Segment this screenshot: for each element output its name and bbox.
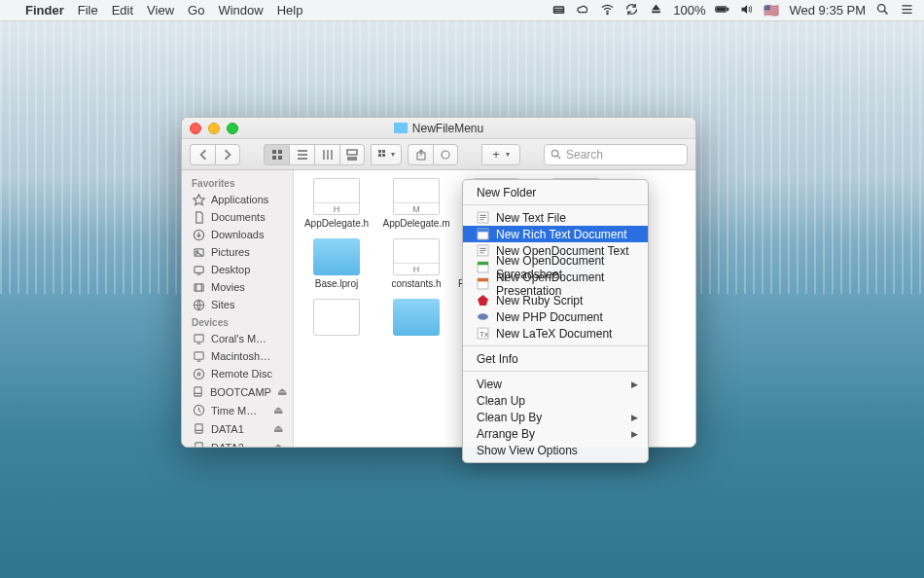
sidebar-item-device[interactable]: Coral's M… (182, 330, 293, 347)
sidebar-item-movies[interactable]: Movies (182, 278, 293, 296)
menu-view[interactable]: View (147, 3, 174, 18)
wifi-icon[interactable] (600, 2, 615, 19)
forward-button[interactable] (215, 144, 240, 165)
app-menu[interactable]: Finder (25, 3, 64, 18)
menubar-extra-icon[interactable] (551, 2, 566, 19)
file-item[interactable]: Base.lproj (302, 238, 372, 289)
context-menu-item[interactable]: New Folder (463, 184, 648, 200)
file-item[interactable]: Hconstants.h (381, 238, 451, 289)
close-button[interactable] (190, 123, 201, 134)
svg-rect-31 (195, 424, 201, 433)
context-menu-item[interactable]: New Text File (463, 209, 648, 226)
titlebar-folder-icon (394, 123, 408, 133)
favorites-heading: Favorites (182, 174, 293, 191)
list-view-button[interactable] (289, 144, 314, 165)
context-menu-item[interactable]: Arrange By▶ (463, 425, 648, 442)
input-source-flag[interactable]: 🇺🇸 (764, 3, 779, 18)
menu-item-icon (477, 294, 489, 307)
menubar: Finder File Edit View Go Window Help 100… (0, 0, 924, 21)
eject-icon[interactable]: ⏏ (277, 385, 287, 398)
sidebar-icon (192, 442, 205, 448)
tags-button[interactable] (433, 144, 458, 165)
eject-icon[interactable]: ⏏ (273, 441, 283, 447)
sidebar-item-device[interactable]: BOOTCAMP⏏ (182, 382, 293, 401)
view-mode-buttons (264, 144, 365, 165)
zoom-button[interactable] (227, 123, 238, 134)
sidebar-icon (192, 368, 205, 379)
sidebar-item-label: Coral's M… (211, 333, 267, 344)
devices-heading: Devices (182, 313, 293, 330)
context-menu-item[interactable]: View▶ (463, 376, 648, 392)
menu-item-label: New LaTeX Document (496, 327, 612, 341)
sidebar-item-device[interactable]: Macintosh… (182, 347, 293, 365)
menu-item-label: View (477, 378, 502, 391)
svg-rect-40 (478, 278, 488, 281)
file-item[interactable] (381, 299, 451, 339)
titlebar[interactable]: NewFileMenu (182, 118, 695, 139)
context-menu-item[interactable]: New PHP Document (463, 308, 648, 325)
menu-file[interactable]: File (78, 3, 98, 18)
menu-item-icon (477, 261, 489, 273)
volume-icon[interactable] (739, 2, 754, 19)
sidebar-item-downloads[interactable]: Downloads (182, 226, 293, 243)
icon-view-button[interactable] (264, 144, 289, 165)
sidebar-item-pictures[interactable]: Pictures (182, 243, 293, 261)
context-menu-item[interactable]: New OpenDocument Presentation (463, 275, 648, 292)
menu-help[interactable]: Help (277, 3, 303, 18)
menu-edit[interactable]: Edit (112, 3, 133, 18)
sidebar-icon (192, 333, 205, 344)
sidebar-item-label: Documents (211, 211, 266, 223)
sidebar-item-applications[interactable]: Applications (182, 191, 293, 208)
new-file-dropdown[interactable]: +▾ (481, 144, 520, 165)
context-menu-item[interactable]: TxNew LaTeX Document (463, 325, 648, 342)
share-button[interactable] (408, 144, 433, 165)
file-item[interactable]: MAppDelegate.m (381, 178, 451, 229)
file-item[interactable]: HAppDelegate.h (302, 178, 372, 229)
context-menu-item[interactable]: Clean Up By▶ (463, 409, 648, 425)
sidebar-icon (192, 194, 205, 205)
context-menu-item[interactable]: Clean Up (463, 392, 648, 409)
sidebar-item-documents[interactable]: Documents (182, 208, 293, 226)
context-menu-item[interactable]: New Rich Text Document (463, 226, 648, 242)
spotlight-icon[interactable] (875, 2, 890, 19)
sidebar-item-device[interactable]: DATA2⏏ (182, 438, 293, 447)
svg-point-6 (878, 4, 886, 12)
arrange-button[interactable]: ▾ (371, 144, 402, 165)
nav-buttons (190, 144, 240, 165)
eject-icon[interactable]: ⏏ (273, 422, 283, 435)
sidebar-item-desktop[interactable]: Desktop (182, 261, 293, 278)
sidebar-item-device[interactable]: Remote Disc (182, 365, 293, 382)
menu-item-label: Get Info (477, 352, 518, 366)
svg-rect-2 (652, 11, 660, 13)
eject-icon[interactable]: ⏏ (273, 404, 283, 416)
svg-rect-32 (195, 443, 201, 447)
sidebar-item-device[interactable]: Time M…⏏ (182, 401, 293, 419)
sidebar-item-sites[interactable]: Sites (182, 296, 293, 313)
file-item[interactable] (302, 299, 372, 339)
file-name: AppDelegate.m (383, 218, 450, 229)
search-field[interactable]: Search (544, 144, 688, 165)
notification-center-icon[interactable] (900, 2, 914, 19)
sidebar-item-device[interactable]: DATA1⏏ (182, 419, 293, 438)
menu-window[interactable]: Window (218, 3, 263, 18)
back-button[interactable] (190, 144, 215, 165)
clock[interactable]: Wed 9:35 PM (789, 3, 866, 18)
context-menu-item[interactable]: Get Info (463, 350, 648, 367)
eject-icon[interactable] (649, 2, 663, 19)
context-menu-item[interactable]: New Ruby Script (463, 292, 648, 308)
sidebar-item-label: Time M… (211, 405, 257, 416)
cloud-icon[interactable] (576, 2, 590, 19)
sidebar-icon (192, 299, 205, 310)
minimize-button[interactable] (208, 123, 220, 134)
battery-icon[interactable] (715, 2, 729, 19)
sidebar-icon (192, 264, 205, 275)
svg-rect-7 (272, 150, 276, 154)
coverflow-view-button[interactable] (339, 144, 365, 165)
context-menu-item[interactable]: Show View Options (463, 442, 648, 458)
menu-go[interactable]: Go (188, 3, 204, 18)
folder-icon (393, 299, 440, 336)
column-view-button[interactable] (314, 144, 339, 165)
file-name: Base.lproj (315, 278, 358, 289)
sidebar-item-label: Sites (211, 299, 234, 310)
sync-icon[interactable] (624, 2, 639, 19)
